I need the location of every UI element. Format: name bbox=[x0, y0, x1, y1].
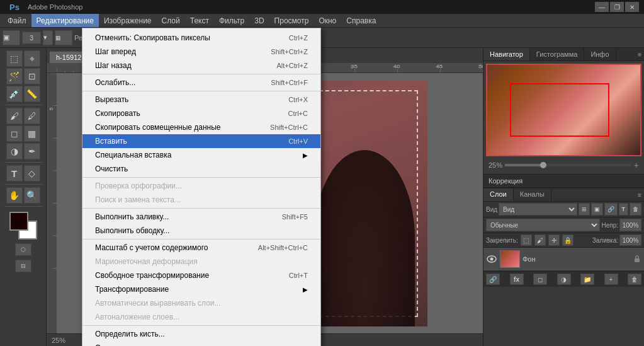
title-bar-controls[interactable]: — ❐ ✕ bbox=[595, 2, 639, 12]
ctx-paste-special-arrow: ▶ bbox=[303, 152, 308, 159]
layer-item-bg[interactable]: Фон bbox=[483, 248, 644, 271]
delete-layer-btn[interactable]: 🗑 bbox=[628, 274, 641, 285]
restore-button[interactable]: ❐ bbox=[610, 2, 624, 12]
ctx-copy[interactable]: Скопировать Ctrl+C bbox=[82, 107, 320, 120]
lock-move-btn[interactable]: ✛ bbox=[548, 234, 560, 246]
minimize-button[interactable]: — bbox=[595, 2, 609, 12]
ctx-step-forward[interactable]: Шаг вперед Shift+Ctrl+Z bbox=[82, 45, 320, 59]
adjustment-btn[interactable]: ◑ bbox=[557, 274, 571, 285]
tool-quick-select[interactable]: 🪄 bbox=[6, 68, 23, 84]
close-button[interactable]: ✕ bbox=[625, 2, 639, 12]
menu-edit[interactable]: Редактирование bbox=[31, 14, 99, 27]
screen-mode-btn[interactable]: ⊟ bbox=[15, 260, 31, 272]
ctx-content-aware[interactable]: Масштаб с учетом содержимого Alt+Shift+C… bbox=[82, 241, 320, 255]
tool-pen[interactable]: ✒ bbox=[24, 143, 40, 159]
layer-blend-mode[interactable]: Обычные bbox=[486, 219, 600, 231]
fx-bottom-btn[interactable]: fx bbox=[510, 274, 524, 285]
tab-navigator[interactable]: Навигатор bbox=[483, 48, 530, 61]
ctx-find-replace[interactable]: Поиск и замена текста... bbox=[82, 193, 320, 207]
ctx-auto-blend[interactable]: Автоналожение слоев... bbox=[82, 310, 320, 324]
context-menu: Отменить: Скопировать пикселы Ctrl+Z Шаг… bbox=[82, 28, 321, 346]
zoom-track[interactable] bbox=[505, 164, 631, 166]
brush-preset[interactable]: ▦ bbox=[55, 30, 72, 45]
tool-brush[interactable]: 🖌 bbox=[6, 108, 23, 124]
menu-window[interactable]: Окно bbox=[314, 14, 341, 27]
ctx-spell-check[interactable]: Проверка орфографии... bbox=[82, 179, 320, 193]
svg-point-40 bbox=[490, 258, 494, 261]
ctx-cut[interactable]: Вырезать Ctrl+X bbox=[82, 93, 320, 107]
zoom-in-icon[interactable]: + bbox=[634, 160, 639, 170]
layer-visibility-toggle[interactable] bbox=[486, 253, 497, 265]
group-btn[interactable]: 📁 bbox=[580, 274, 594, 285]
layer-mask-btn[interactable]: ▣ bbox=[591, 203, 603, 216]
tool-text[interactable]: T bbox=[6, 165, 23, 182]
layers-menu-btn[interactable]: ≡ bbox=[551, 188, 644, 201]
tab-histogram[interactable]: Гистограмма bbox=[530, 48, 585, 61]
new-layer-btn[interactable]: + bbox=[604, 274, 618, 285]
ctx-define-brush[interactable]: Определить кисть... bbox=[82, 327, 320, 341]
ctx-undo[interactable]: Отменить: Скопировать пикселы Ctrl+Z bbox=[82, 31, 320, 45]
ctx-paste-special[interactable]: Специальная вставка ▶ bbox=[82, 148, 320, 162]
menu-image[interactable]: Изображение bbox=[99, 14, 157, 27]
tool-row-8: ✋ 🔍 bbox=[6, 187, 40, 204]
svg-text:35: 35 bbox=[351, 64, 358, 69]
ctx-clear[interactable]: Очистить bbox=[82, 162, 320, 176]
ctx-fade[interactable]: Ослабить... Shift+Ctrl+F bbox=[82, 76, 320, 89]
ctx-undo-shortcut: Ctrl+Z bbox=[289, 34, 308, 42]
menu-file[interactable]: Файл bbox=[3, 14, 31, 27]
new-adjustment-btn[interactable]: ⊞ bbox=[579, 203, 590, 216]
right-panel: Навигатор Гистограмма Инфо ≡ bbox=[483, 48, 644, 346]
link-btn[interactable]: 🔗 bbox=[486, 274, 500, 285]
lock-pixel-btn[interactable]: 🖌 bbox=[534, 234, 546, 246]
blend-mode-select[interactable]: Вид bbox=[499, 203, 577, 216]
ctx-free-transform[interactable]: Свободное трансформирование Ctrl+T bbox=[82, 268, 320, 282]
tab-channels[interactable]: Каналы bbox=[514, 188, 551, 201]
tool-select[interactable]: ▣ bbox=[3, 30, 20, 45]
brush-size-input[interactable] bbox=[22, 32, 41, 44]
tool-clone[interactable]: 🖊 bbox=[24, 108, 40, 124]
ctx-copy-merged[interactable]: Скопировать совмещенные данные Shift+Ctr… bbox=[82, 120, 320, 134]
tool-gradient[interactable]: ▦ bbox=[24, 125, 40, 142]
lock-transparent-btn[interactable]: ⬚ bbox=[521, 234, 532, 246]
tool-shape[interactable]: ◇ bbox=[24, 165, 40, 182]
ctx-auto-align[interactable]: Автоматически выравнивать слои... bbox=[82, 296, 320, 310]
tool-hand[interactable]: ✋ bbox=[6, 187, 23, 204]
lock-all-btn[interactable]: 🔒 bbox=[562, 234, 573, 246]
menu-help[interactable]: Справка bbox=[341, 14, 381, 27]
ctx-puppet-warp[interactable]: Марионеточная деформация bbox=[82, 255, 320, 268]
tab-layers[interactable]: Слои bbox=[483, 188, 514, 201]
ctx-step-back[interactable]: Шаг назад Alt+Ctrl+Z bbox=[82, 59, 320, 72]
tool-ruler[interactable]: 📏 bbox=[24, 86, 40, 102]
fill-input[interactable] bbox=[619, 234, 641, 246]
foreground-color-swatch[interactable] bbox=[9, 212, 28, 231]
ctx-stroke[interactable]: Выполнить обводку... bbox=[82, 224, 320, 238]
fx-btn[interactable]: T bbox=[619, 203, 629, 216]
ctx-fill[interactable]: Выполнить заливку... Shift+F5 bbox=[82, 210, 320, 224]
tool-eraser[interactable]: ◻ bbox=[6, 125, 23, 142]
tool-dodge[interactable]: ◑ bbox=[6, 143, 23, 159]
menu-3d[interactable]: 3D bbox=[249, 14, 269, 27]
ctx-paste[interactable]: Вставить Ctrl+V bbox=[82, 134, 320, 148]
tool-eyedropper[interactable]: 💉 bbox=[6, 86, 23, 102]
tool-marquee[interactable]: ⬚ bbox=[6, 50, 23, 67]
tab-info[interactable]: Инфо bbox=[584, 48, 616, 61]
menu-text[interactable]: Текст bbox=[185, 14, 214, 27]
nav-preview-image bbox=[487, 65, 640, 155]
ctx-define-pattern[interactable]: Определить узор... bbox=[82, 341, 320, 346]
opacity-input[interactable] bbox=[619, 219, 641, 231]
ctx-step-back-shortcut: Alt+Ctrl+Z bbox=[276, 62, 308, 69]
tool-zoom[interactable]: 🔍 bbox=[24, 187, 40, 204]
tool-lasso[interactable]: ⌖ bbox=[24, 50, 40, 67]
menu-filter[interactable]: Фильтр bbox=[214, 14, 249, 27]
menu-layer[interactable]: Слой bbox=[157, 14, 185, 27]
brush-size-down[interactable]: ▾ bbox=[43, 30, 53, 45]
ctx-transform[interactable]: Трансформирование ▶ bbox=[82, 282, 320, 296]
trash-btn[interactable]: 🗑 bbox=[630, 203, 641, 216]
mask-btn[interactable]: ◻ bbox=[533, 274, 547, 285]
link-layers-btn[interactable]: 🔗 bbox=[604, 203, 618, 216]
tool-crop[interactable]: ⊡ bbox=[24, 68, 40, 84]
menu-view[interactable]: Просмотр bbox=[269, 14, 314, 27]
quick-mask-btn[interactable]: ⬡ bbox=[15, 243, 31, 256]
zoom-thumb[interactable] bbox=[540, 162, 546, 168]
panel-menu-btn[interactable]: ≡ bbox=[616, 48, 644, 61]
